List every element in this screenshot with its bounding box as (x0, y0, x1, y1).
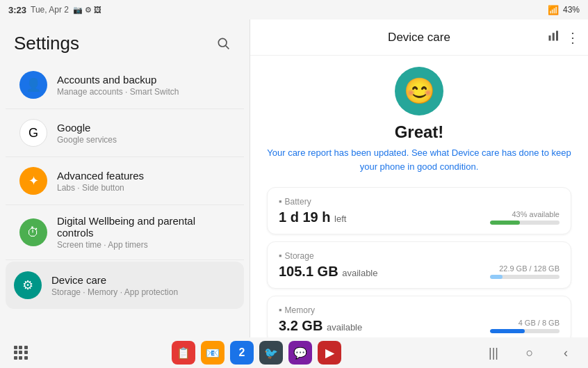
item-text-devicecare: Device care Storage · Memory · App prote… (51, 274, 236, 297)
care-emoji: 😊 (395, 67, 443, 115)
item-icon-advanced: ✦ (19, 167, 47, 195)
metric-suffix-memory: available (327, 322, 362, 333)
panel-header-title: Device care (388, 31, 450, 45)
metric-bar-area-storage: 22.9 GB / 128 GB (490, 264, 560, 279)
care-subtitle-highlight: Your care report has been updated. (267, 147, 409, 158)
item-title-devicecare: Device care (51, 274, 236, 286)
panel-header: Device care ⋮ (250, 19, 588, 56)
settings-title-area: Settings (0, 19, 250, 61)
sidebar-item-devicecare[interactable]: ⚙ Device care Storage · Memory · App pro… (6, 262, 244, 309)
item-icon-wellbeing: ⏱ (19, 218, 47, 246)
metric-bar-memory (490, 329, 560, 333)
metric-bar-area-battery: 43% available (490, 210, 560, 225)
item-subtitle-advanced: Labs · Side button (57, 183, 230, 193)
sidebar-item-wellbeing[interactable]: ⏱ Digital Wellbeing and parental control… (6, 205, 244, 260)
care-emoji-icon: 😊 (404, 77, 435, 106)
app-icon-red-app[interactable]: 📋 (172, 341, 195, 365)
metric-label-memory: ▪ Memory (279, 305, 560, 315)
metric-icon-storage: ▪ (279, 250, 282, 261)
settings-panel: Settings 👤 Accounts and backup Manage ac… (0, 19, 250, 337)
status-right: 📶 43% (548, 5, 580, 15)
metric-value-row-battery: 1 d 19 h left 43% available (279, 209, 560, 225)
metric-bar-label-memory: 4 GB / 8 GB (490, 319, 560, 327)
settings-title: Settings (14, 33, 79, 54)
back-button[interactable]: ‹ (557, 344, 574, 361)
metric-value-row-memory: 3.2 GB available 4 GB / 8 GB (279, 318, 560, 334)
metric-label-storage: ▪ Storage (279, 250, 560, 261)
app-icon-purple-app[interactable]: 💬 (288, 341, 312, 365)
metric-icon-memory: ▪ (279, 305, 282, 315)
item-subtitle-devicecare: Storage · Memory · App protection (51, 287, 236, 297)
svg-line-1 (226, 46, 229, 49)
care-hero: 😊 Great! Your care report has been updat… (267, 67, 571, 173)
recents-button[interactable]: ||| (485, 344, 502, 361)
app-icon-dark-app[interactable]: 🐦 (259, 341, 283, 365)
metric-suffix-battery: left (334, 214, 346, 224)
bottom-nav: 📋📧2🐦💬▶ ||| ○ ‹ (0, 337, 588, 368)
metric-bar-fill-battery (490, 221, 520, 225)
metric-value-battery: 1 d 19 h left (279, 209, 346, 225)
metrics-container: ▪ Battery 1 d 19 h left 43% available ▪ … (267, 187, 571, 337)
item-text-google: Google Google services (57, 122, 230, 145)
item-subtitle-wellbeing: Screen time · App timers (57, 240, 230, 250)
item-icon-google: G (19, 119, 47, 147)
app-icon-blue-app[interactable]: 2 (230, 341, 254, 365)
item-title-google: Google (57, 122, 230, 134)
svg-rect-4 (556, 31, 558, 40)
item-title-advanced: Advanced features (57, 170, 230, 182)
status-left: 3:23 Tue, Apr 2 📷 ⚙ 🖼 (8, 5, 101, 15)
item-subtitle-google: Google services (57, 135, 230, 145)
svg-rect-3 (553, 33, 555, 40)
item-text-wellbeing: Digital Wellbeing and parental controls … (57, 215, 230, 250)
app-icon-orange-app[interactable]: 📧 (201, 341, 224, 365)
more-options-icon[interactable]: ⋮ (566, 29, 580, 46)
item-subtitle-accounts: Manage accounts · Smart Switch (57, 87, 230, 97)
wifi-icon: 📶 (548, 5, 559, 15)
item-text-advanced: Advanced features Labs · Side button (57, 170, 230, 193)
status-date: Tue, Apr 2 (31, 5, 69, 15)
care-title: Great! (267, 122, 571, 142)
metric-value-storage: 105.1 GB available (279, 264, 378, 280)
app-tray: 📋📧2🐦💬▶ (172, 341, 341, 365)
metric-bar-fill-storage (490, 275, 503, 279)
item-title-accounts: Accounts and backup (57, 74, 230, 86)
item-icon-devicecare: ⚙ (14, 271, 42, 299)
metric-bar-storage (490, 275, 560, 279)
metric-bar-area-memory: 4 GB / 8 GB (490, 319, 560, 333)
apps-grid-button[interactable] (14, 346, 28, 360)
metric-bar-battery (490, 221, 560, 225)
sidebar-item-advanced[interactable]: ✦ Advanced features Labs · Side button (6, 157, 244, 205)
metric-battery[interactable]: ▪ Battery 1 d 19 h left 43% available (267, 187, 571, 234)
care-subtitle: Your care report has been updated. See w… (267, 146, 571, 173)
battery-text: 43% (563, 5, 580, 15)
device-care-content: 😊 Great! Your care report has been updat… (250, 56, 588, 337)
header-right-icons: ⋮ (548, 29, 580, 46)
metric-value-row-storage: 105.1 GB available 22.9 GB / 128 GB (279, 264, 560, 280)
metric-bar-label-battery: 43% available (490, 210, 560, 218)
status-icons-left: 📷 ⚙ 🖼 (73, 6, 101, 15)
device-care-panel: Device care ⋮ 😊 Great! (250, 19, 588, 337)
app-icon-red2-app[interactable]: ▶ (318, 341, 341, 365)
metric-bar-fill-memory (490, 329, 525, 333)
home-button[interactable]: ○ (521, 344, 538, 361)
settings-list: 👤 Accounts and backup Manage accounts · … (0, 61, 250, 337)
metric-icon-battery: ▪ (279, 196, 282, 207)
nav-buttons: ||| ○ ‹ (485, 344, 574, 361)
metric-storage[interactable]: ▪ Storage 105.1 GB available 22.9 GB / 1… (267, 241, 571, 289)
metric-memory[interactable]: ▪ Memory 3.2 GB available 4 GB / 8 GB (267, 296, 571, 337)
metric-label-battery: ▪ Battery (279, 196, 560, 207)
bar-chart-icon[interactable] (548, 29, 560, 45)
metric-suffix-storage: available (342, 268, 377, 278)
sidebar-item-accounts[interactable]: 👤 Accounts and backup Manage accounts · … (6, 61, 244, 109)
search-button[interactable] (211, 31, 236, 56)
svg-rect-2 (549, 35, 551, 41)
main-container: Settings 👤 Accounts and backup Manage ac… (0, 19, 588, 337)
metric-bar-label-storage: 22.9 GB / 128 GB (490, 264, 560, 273)
status-bar: 3:23 Tue, Apr 2 📷 ⚙ 🖼 📶 43% (0, 0, 588, 19)
item-icon-accounts: 👤 (19, 71, 47, 99)
item-text-accounts: Accounts and backup Manage accounts · Sm… (57, 74, 230, 97)
svg-point-0 (218, 38, 227, 47)
metric-value-memory: 3.2 GB available (279, 318, 362, 334)
sidebar-item-google[interactable]: G Google Google services (6, 109, 244, 157)
status-time: 3:23 (8, 5, 26, 15)
